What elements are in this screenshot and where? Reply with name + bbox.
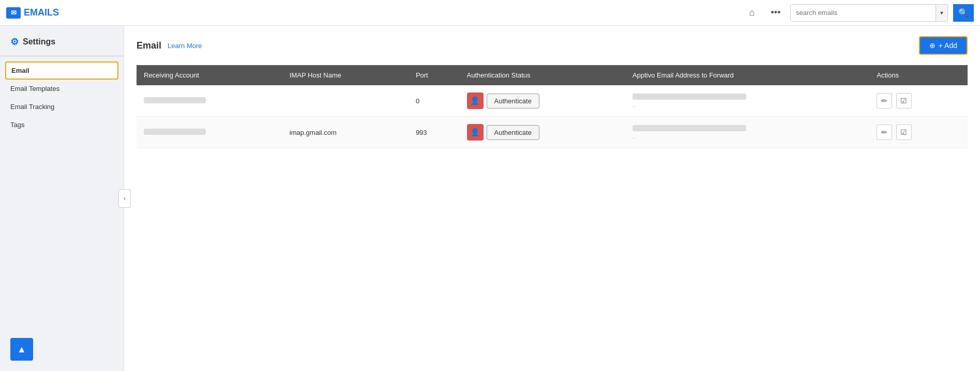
page-header: Email Learn More ⊕ + Add [137,36,968,55]
sidebar-collapse-button[interactable]: ‹ [118,189,131,208]
actions-cell: ✏ ☑ [869,85,968,117]
sidebar-item-email-tracking-label: Email Tracking [10,103,54,111]
receiving-account-redacted [144,129,206,135]
sidebar-item-email-label: Email [11,67,29,74]
imap-host-cell: imap.gmail.com [282,117,409,148]
add-btn-wrapper: ⊕ + Add [919,36,968,55]
main-content: Email Learn More ⊕ + Add Receiving Accou… [124,26,980,371]
app-name: EMAILS [24,7,59,18]
home-button[interactable]: ⌂ [743,4,761,22]
col-actions: Actions [869,65,968,85]
more-icon: ••• [771,7,781,18]
authenticate-button[interactable]: Authenticate [487,125,539,140]
port-cell: 993 [409,117,460,148]
edit-icon: ✏ [881,97,887,105]
settings-label: Settings [23,37,55,47]
email-logo-icon: ✉ [6,7,21,19]
sidebar: ⚙ Settings Email Email Templates Email T… [0,26,124,371]
chevron-down-icon: ▾ [940,9,943,17]
forward-address-cell: .. [625,117,869,148]
home-icon: ⌂ [749,7,755,18]
forward-bar-1 [632,94,746,100]
sidebar-item-tags[interactable]: Tags [0,116,124,134]
scroll-top-icon: ▲ [17,344,26,355]
auth-status-cell: 👤 Authenticate [460,85,625,117]
auth-status-cell: 👤 Authenticate [460,117,625,148]
auth-cell: 👤 Authenticate [467,92,618,109]
table-header-row: Receiving Account IMAP Host Name Port Au… [137,65,968,85]
auth-status-icon: 👤 [467,124,484,141]
table-row: 0 👤 Authenticate .. [137,85,968,117]
authenticate-button[interactable]: Authenticate [487,94,539,109]
forward-redacted: .. [632,125,862,140]
col-receiving-account: Receiving Account [137,65,282,85]
sidebar-item-email-templates[interactable]: Email Templates [0,80,124,98]
table-header: Receiving Account IMAP Host Name Port Au… [137,65,968,85]
delete-button[interactable]: ☑ [896,93,912,109]
check-icon: ☑ [900,128,907,136]
search-wrapper: ▾ [790,4,948,22]
actions-cell: ✏ ☑ [869,117,968,148]
layout: ⚙ Settings Email Email Templates Email T… [0,26,980,371]
sidebar-item-email-templates-label: Email Templates [10,85,59,92]
settings-header: ⚙ Settings [0,36,124,56]
table-body: 0 👤 Authenticate .. [137,85,968,148]
sidebar-item-email[interactable]: Email [5,61,118,80]
email-table: Receiving Account IMAP Host Name Port Au… [137,65,968,148]
delete-button[interactable]: ☑ [896,125,912,140]
search-dropdown-button[interactable]: ▾ [936,5,947,21]
receiving-account-cell [137,85,282,117]
add-icon: ⊕ [929,41,936,50]
check-icon: ☑ [900,97,907,105]
page-title: Email [137,40,161,51]
add-button[interactable]: ⊕ + Add [919,36,968,55]
edit-button[interactable]: ✏ [877,125,892,140]
col-forward-address: Apptivo Email Address to Forward [625,65,869,85]
search-submit-button[interactable]: 🔍 [953,4,974,22]
top-nav: ✉ EMAILS ⌂ ••• ▾ 🔍 [0,0,980,26]
app-logo: ✉ EMAILS [6,7,59,19]
port-cell: 0 [409,85,460,117]
table-row: imap.gmail.com 993 👤 Authenticate .. [137,117,968,148]
sidebar-item-tags-label: Tags [10,121,24,129]
forward-bar-2 [632,125,746,131]
receiving-account-cell [137,117,282,148]
collapse-icon: ‹ [124,195,126,202]
auth-status-icon: 👤 [467,92,484,109]
more-button[interactable]: ••• [766,4,785,22]
edit-button[interactable]: ✏ [877,93,892,109]
sidebar-item-email-tracking[interactable]: Email Tracking [0,98,124,116]
col-port: Port [409,65,460,85]
gear-icon: ⚙ [10,36,19,48]
forward-redacted: .. [632,94,862,108]
scroll-top-button[interactable]: ▲ [10,338,33,361]
add-button-label: + Add [939,41,957,50]
imap-host-cell [282,85,409,117]
col-auth-status: Authentication Status [460,65,625,85]
col-imap-host: IMAP Host Name [282,65,409,85]
auth-cell: 👤 Authenticate [467,124,618,141]
forward-address-cell: .. [625,85,869,117]
receiving-account-redacted [144,97,206,103]
learn-more-link[interactable]: Learn More [168,42,202,50]
search-icon: 🔍 [958,8,969,18]
search-input[interactable] [791,5,936,21]
edit-icon: ✏ [881,128,887,136]
